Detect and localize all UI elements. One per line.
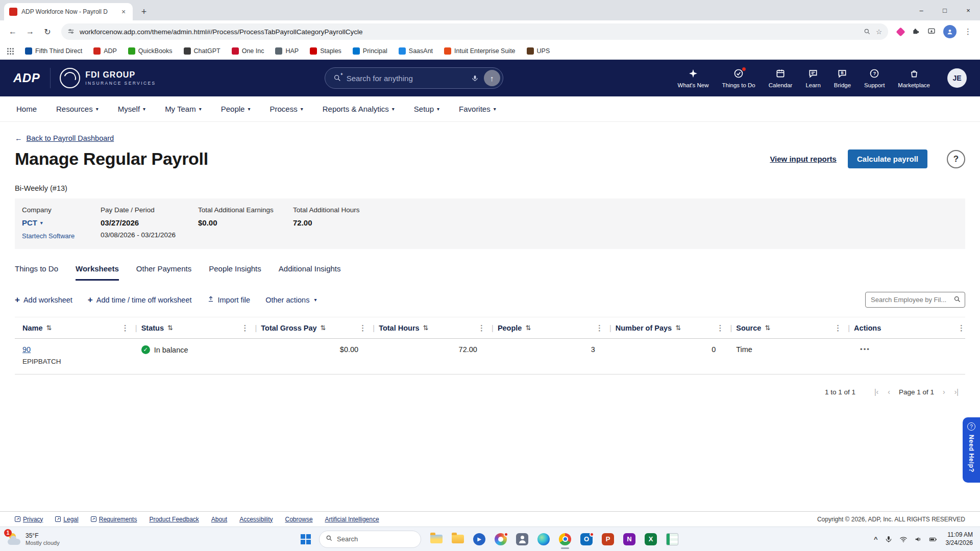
view-input-reports-link[interactable]: View input reports xyxy=(770,155,837,163)
forward-button[interactable]: → xyxy=(22,24,38,39)
need-help-tab[interactable]: ? Need Help? xyxy=(963,417,980,483)
sort-icon[interactable]: ⇅ xyxy=(423,324,429,332)
taskbar-outlook[interactable] xyxy=(579,532,594,546)
bookmark-adp[interactable]: ADP xyxy=(93,47,117,55)
mic-tray-icon[interactable] xyxy=(885,535,893,543)
back-button[interactable]: ← xyxy=(5,24,20,39)
tray-expand-icon[interactable]: ^ xyxy=(874,535,878,543)
sort-icon[interactable]: ⇅ xyxy=(675,324,681,332)
sort-icon[interactable]: ⇅ xyxy=(167,324,173,332)
footer-cobrowse-link[interactable]: Cobrowse xyxy=(285,516,313,523)
nav-people[interactable]: People▾ xyxy=(221,105,251,113)
bookmark-ups[interactable]: UPS xyxy=(527,47,550,55)
tab-additional-insights[interactable]: Additional Insights xyxy=(279,264,341,281)
sort-icon[interactable]: ⇅ xyxy=(525,324,531,332)
calculate-payroll-button[interactable]: Calculate payroll xyxy=(848,149,927,168)
sort-icon[interactable]: ⇅ xyxy=(321,324,326,332)
header-item-marketplace[interactable]: Marketplace xyxy=(898,68,930,88)
footer-legal-link[interactable]: ↗Legal xyxy=(55,516,78,523)
column-menu-icon[interactable]: ⋮ xyxy=(359,323,366,333)
taskbar-weather-widget[interactable]: 1 35°F Mostly cloudy xyxy=(7,532,60,546)
new-tab-button[interactable]: + xyxy=(137,5,151,19)
browser-profile-avatar[interactable] xyxy=(943,25,957,38)
footer-artificial-intelligence-link[interactable]: Artificial Intelligence xyxy=(325,516,379,523)
taskbar-edge[interactable] xyxy=(536,532,551,546)
adp-logo[interactable]: ADP xyxy=(13,71,40,85)
window-close-button[interactable]: × xyxy=(957,0,980,20)
column-header-people[interactable]: People⇅⋮| xyxy=(498,323,616,333)
bookmark-staples[interactable]: Staples xyxy=(310,47,341,55)
global-search-bar[interactable]: ✦ Search for anything ↑ xyxy=(325,67,503,89)
wifi-icon[interactable] xyxy=(899,535,908,543)
taskbar-spreadsheet[interactable] xyxy=(665,532,679,546)
column-menu-icon[interactable]: ⋮ xyxy=(478,323,485,333)
column-header-actions[interactable]: Actions⋮ xyxy=(854,323,965,333)
tab-people-insights[interactable]: People Insights xyxy=(209,264,261,281)
add-time-worksheet-button[interactable]: + Add time / time off worksheet xyxy=(88,295,192,305)
column-menu-icon[interactable]: ⋮ xyxy=(716,323,724,333)
header-item-learn[interactable]: Learn xyxy=(805,68,820,88)
volume-icon[interactable] xyxy=(914,535,922,543)
header-item-support[interactable]: ? Support xyxy=(864,68,885,88)
nav-my-team[interactable]: My Team▾ xyxy=(165,105,202,113)
bookmark-quickbooks[interactable]: QuickBooks xyxy=(128,47,173,55)
taskbar-powerpoint[interactable] xyxy=(601,532,615,546)
search-submit-button[interactable]: ↑ xyxy=(484,70,500,86)
column-menu-icon[interactable]: ⋮ xyxy=(241,323,249,333)
apps-grid-icon[interactable] xyxy=(7,48,14,55)
taskbar-clock[interactable]: 11:09 AM 3/24/2026 xyxy=(946,531,973,547)
bookmark-saasant[interactable]: SaasAnt xyxy=(399,47,433,55)
import-file-button[interactable]: Import file xyxy=(207,295,251,304)
last-page-button[interactable]: ›| xyxy=(954,388,959,396)
bookmark-intuit[interactable]: Intuit Enterprise Suite xyxy=(444,47,516,55)
nav-process[interactable]: Process▾ xyxy=(270,105,303,113)
employee-search[interactable] xyxy=(865,292,965,308)
sort-icon[interactable]: ⇅ xyxy=(765,324,770,332)
taskbar-search[interactable]: Search xyxy=(319,531,421,548)
site-settings-icon[interactable] xyxy=(67,28,75,35)
tab-things-to-do[interactable]: Things to Do xyxy=(15,264,58,281)
footer-privacy-link[interactable]: ↗Privacy xyxy=(15,516,43,523)
column-menu-icon[interactable]: ⋮ xyxy=(958,323,965,333)
footer-product-feedback-link[interactable]: Product Feedback xyxy=(149,516,199,523)
footer-accessibility-link[interactable]: Accessibility xyxy=(239,516,273,523)
first-page-button[interactable]: |‹ xyxy=(874,388,878,396)
taskbar-onenote[interactable] xyxy=(622,532,636,546)
column-header-status[interactable]: Status⇅⋮| xyxy=(141,323,261,333)
nav-myself[interactable]: Myself▾ xyxy=(118,105,145,113)
refresh-button[interactable]: ↻ xyxy=(40,24,55,39)
previous-page-button[interactable]: ‹ xyxy=(888,388,890,396)
column-header-total-hours[interactable]: Total Hours⇅⋮| xyxy=(379,323,498,333)
taskbar-photos[interactable] xyxy=(494,532,508,546)
column-menu-icon[interactable]: ⋮ xyxy=(834,323,842,333)
pinned-extension-icon[interactable] xyxy=(896,27,905,36)
nav-reports-analytics[interactable]: Reports & Analytics▾ xyxy=(323,105,395,113)
nav-favorites[interactable]: Favorites▾ xyxy=(459,105,496,113)
tab-worksheets[interactable]: Worksheets xyxy=(76,264,119,281)
header-item-bridge[interactable]: B Bridge xyxy=(834,68,851,88)
browser-tab[interactable]: ADP Workforce Now - Payroll D × xyxy=(4,3,133,20)
user-avatar[interactable]: JE xyxy=(947,68,967,88)
bookmark-one-inc[interactable]: One Inc xyxy=(232,47,264,55)
taskbar-file-explorer[interactable] xyxy=(429,532,444,546)
header-item-whats-new[interactable]: What's New xyxy=(678,68,709,88)
zoom-icon[interactable] xyxy=(864,28,871,35)
taskbar-excel[interactable] xyxy=(644,532,658,546)
page-help-button[interactable]: ? xyxy=(947,150,965,168)
address-bar[interactable]: workforcenow.adp.com/theme/admin.html#/P… xyxy=(61,23,888,40)
extensions-puzzle-icon[interactable] xyxy=(912,27,920,37)
taskbar-mail[interactable] xyxy=(515,532,529,546)
bookmark-hap[interactable]: HAP xyxy=(275,47,299,55)
battery-icon[interactable] xyxy=(929,535,937,543)
column-header-source[interactable]: Source⇅⋮| xyxy=(736,323,854,333)
nav-resources[interactable]: Resources▾ xyxy=(56,105,99,113)
header-item-things-to-do[interactable]: Things to Do xyxy=(722,68,755,88)
window-minimize-button[interactable]: – xyxy=(910,0,933,20)
bookmark-principal[interactable]: Principal xyxy=(353,47,387,55)
tab-close-icon[interactable]: × xyxy=(119,8,128,16)
start-button[interactable] xyxy=(301,534,311,544)
search-icon[interactable] xyxy=(953,295,961,305)
column-menu-icon[interactable]: ⋮ xyxy=(121,323,129,333)
bookmark-fifth-third[interactable]: Fifth Third Direct xyxy=(25,47,82,55)
footer-about-link[interactable]: About xyxy=(211,516,227,523)
